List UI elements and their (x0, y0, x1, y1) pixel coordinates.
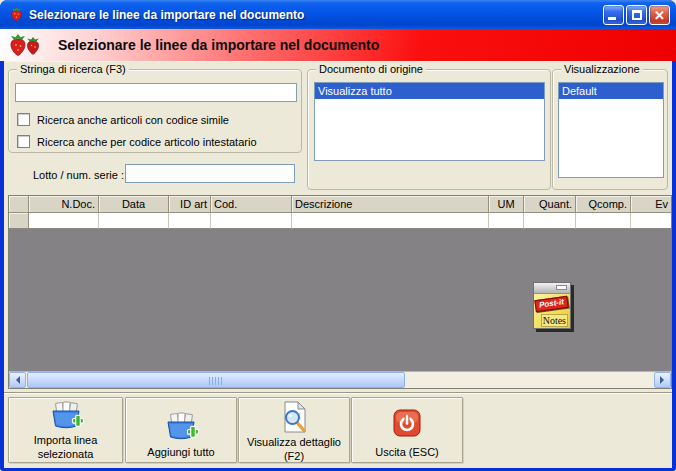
grid-cell[interactable] (211, 213, 292, 229)
origin-group: Documento di origine Visualizza tutto (307, 69, 551, 190)
lines-grid: N.Doc. Data ID art Cod. Descrizione UM Q… (8, 195, 672, 389)
postit-notes-icon: Post-it Notes (533, 282, 571, 329)
document-magnifier-icon (278, 401, 310, 435)
lotto-input[interactable] (125, 164, 295, 183)
box-add-icon (163, 412, 199, 444)
maximize-icon (632, 10, 642, 20)
grid-cell[interactable] (9, 213, 29, 229)
similar-code-checkbox-row: Ricerca anche articoli con codice simile (17, 113, 229, 126)
import-selected-line-label: Importa linea selezionata (34, 433, 98, 461)
similar-code-checkbox-label: Ricerca anche articoli con codice simile (37, 114, 229, 126)
header-band: Selezionare le linee da importare nel do… (0, 29, 676, 61)
grid-cell[interactable] (292, 213, 489, 229)
scroll-left-icon (12, 376, 20, 384)
similar-code-checkbox[interactable] (17, 113, 30, 126)
close-button[interactable]: ✕ (649, 5, 670, 25)
grid-header-data[interactable]: Data (99, 196, 169, 213)
app-window: Selezionare le linee da importare nel do… (0, 0, 676, 471)
grid-header-ev[interactable]: Ev (631, 196, 671, 213)
grid-header-ndoc[interactable]: N.Doc. (29, 196, 99, 213)
grid-cell[interactable] (489, 213, 524, 229)
view-listbox[interactable]: Default (558, 82, 664, 178)
header-article-checkbox-row: Ricerca anche per codice articolo intest… (17, 135, 257, 148)
grid-header-qcomp[interactable]: Qcomp. (576, 196, 631, 213)
view-group: Visualizzazione Default (552, 69, 668, 190)
strawberry-app-icon (8, 6, 25, 23)
grid-cell[interactable] (524, 213, 576, 229)
grid-header-um[interactable]: UM (489, 196, 524, 213)
scrollbar-grip-icon (209, 377, 223, 385)
power-exit-icon (392, 408, 422, 438)
postit-notes-label: Notes (541, 314, 568, 327)
grid-header-idart[interactable]: ID art (169, 196, 211, 213)
grid-cell[interactable] (99, 213, 169, 229)
search-group-title: Stringa di ricerca (F3) (17, 63, 129, 75)
postit-banner-label: Post-it (534, 296, 568, 312)
grid-empty-row[interactable] (9, 213, 671, 229)
scroll-left-button[interactable] (9, 372, 26, 388)
search-input[interactable] (15, 83, 297, 102)
bottom-toolbar: Importa linea selezionata (4, 392, 672, 468)
scrollbar-track[interactable] (26, 372, 654, 388)
view-detail-button[interactable]: Visualizza dettaglio (F2) (238, 397, 350, 463)
titlebar[interactable]: Selezionare le linee da importare nel do… (0, 0, 676, 29)
exit-button[interactable]: Uscita (ESC) (351, 397, 463, 463)
close-icon: ✕ (650, 6, 669, 24)
view-detail-label: Visualizza dettaglio (F2) (247, 435, 341, 463)
grid-header-selector[interactable] (9, 196, 29, 213)
grid-cell[interactable] (631, 213, 671, 229)
origin-listbox[interactable]: Visualizza tutto (314, 82, 545, 161)
view-list-item-selected[interactable]: Default (559, 83, 663, 99)
grid-cell[interactable] (576, 213, 631, 229)
origin-group-title: Documento di origine (316, 63, 426, 75)
maximize-button[interactable] (626, 5, 647, 25)
grid-cell[interactable] (169, 213, 211, 229)
header-article-checkbox-label: Ricerca anche per codice articolo intest… (37, 136, 257, 148)
add-all-label: Aggiungi tutto (147, 445, 214, 459)
grid-header-quant[interactable]: Quant. (524, 196, 576, 213)
import-selected-line-button[interactable]: Importa linea selezionata (8, 397, 123, 463)
grid-header-row: N.Doc. Data ID art Cod. Descrizione UM Q… (9, 196, 671, 213)
grid-cell[interactable] (29, 213, 99, 229)
exit-label: Uscita (ESC) (375, 445, 439, 459)
box-add-icon (48, 401, 84, 433)
grid-header-descrizione[interactable]: Descrizione (292, 196, 489, 213)
lotto-label: Lotto / num. serie : (12, 168, 124, 183)
scroll-right-icon (660, 376, 668, 384)
scrollbar-thumb[interactable] (27, 372, 405, 388)
search-group: Stringa di ricerca (F3) Ricerca anche ar… (8, 69, 302, 153)
strawberries-icon (6, 31, 44, 59)
origin-list-item-selected[interactable]: Visualizza tutto (315, 83, 544, 99)
grid-empty-area: Post-it Notes (9, 229, 671, 371)
header-article-checkbox[interactable] (17, 135, 30, 148)
grid-header-cod[interactable]: Cod. (211, 196, 292, 213)
window-title: Selezionare le linee da importare nel do… (29, 8, 603, 22)
view-group-title: Visualizzazione (561, 63, 643, 75)
scroll-right-button[interactable] (654, 372, 671, 388)
page-title: Selezionare le linee da importare nel do… (58, 37, 379, 53)
horizontal-scrollbar[interactable] (9, 371, 671, 388)
minimize-button[interactable] (603, 5, 624, 25)
minimize-icon (608, 17, 616, 20)
add-all-button[interactable]: Aggiungi tutto (125, 397, 237, 463)
client-area: Stringa di ricerca (F3) Ricerca anche ar… (4, 61, 672, 467)
